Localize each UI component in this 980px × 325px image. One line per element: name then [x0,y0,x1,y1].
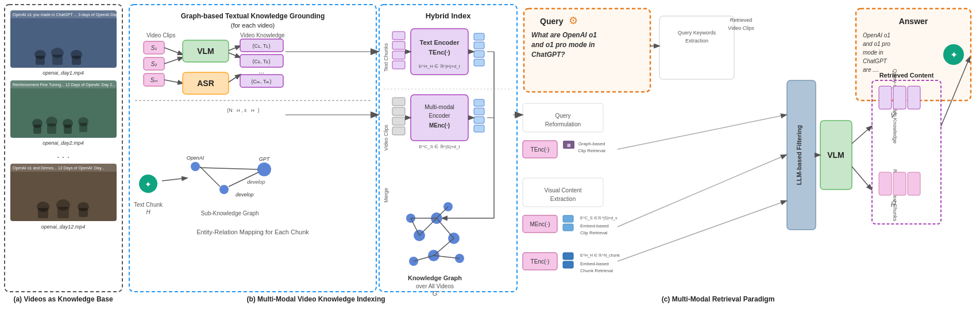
svg-rect-182 [523,103,603,132]
svg-rect-43 [144,73,164,86]
svg-text:MEnc(·): MEnc(·) [429,122,450,129]
svg-rect-21 [79,123,87,132]
svg-rect-1 [10,10,117,68]
svg-text:(a) Videos as Knowledge Base: (a) Videos as Knowledge Base [13,295,113,303]
svg-rect-177 [893,172,906,195]
svg-point-129 [409,257,418,266]
svg-rect-58 [240,55,283,67]
svg-rect-2 [10,10,117,18]
svg-text:✦: ✦ [950,50,958,60]
svg-text:OpenAI o1: OpenAI o1 [863,32,890,38]
svg-point-27 [37,202,49,212]
svg-rect-89 [392,32,405,40]
svg-line-138 [411,218,419,235]
svg-line-212 [852,126,871,144]
svg-rect-197 [563,224,573,231]
svg-rect-11 [10,80,117,138]
svg-point-29 [56,199,70,211]
svg-line-83 [162,178,187,181]
svg-text:Clip Retrieval: Clip Retrieval [580,230,608,235]
svg-rect-48 [183,40,229,62]
svg-rect-117 [474,125,484,132]
svg-text:...: ... [258,67,264,75]
svg-rect-180 [872,80,941,224]
svg-point-8 [71,50,82,59]
svg-text:Clip Retrieval: Clip Retrieval [578,148,605,153]
svg-rect-185 [523,141,557,158]
svg-rect-178 [908,172,920,195]
svg-text:ChatGPT?: ChatGPT? [531,51,565,59]
svg-text:G: G [433,290,438,297]
svg-point-4 [34,50,46,59]
svg-text:V̂ᵗ: V̂ᵗ [890,111,897,119]
svg-rect-50 [183,72,229,94]
svg-point-6 [51,48,64,58]
svg-text:E^H_H ∈ ℝ^|H|×d_t: E^H_H ∈ ℝ^|H|×d_t [419,64,461,69]
svg-text:are ....: are .... [863,67,879,73]
svg-text:Ĥ: Ĥ [891,200,896,208]
svg-line-45 [164,48,183,55]
svg-rect-90 [392,41,405,49]
svg-rect-17 [47,123,56,134]
svg-rect-171 [879,86,892,109]
svg-line-213 [852,167,871,189]
svg-rect-109 [411,95,468,141]
svg-text:(c) Multi-Modal Retrieval Para: (c) Multi-Modal Retrieval Paradigm [662,295,775,303]
svg-text:Extraction: Extraction [685,38,708,44]
svg-text:H: H [146,209,151,215]
svg-rect-106 [392,107,405,115]
svg-text:and o1 pro: and o1 pro [863,41,890,47]
svg-rect-15 [33,125,41,134]
svg-point-158 [943,44,964,65]
svg-rect-176 [879,172,892,195]
svg-text:OpenAI o1 you made in ChatGPT : OpenAI o1 you made in ChatGPT ... 3 days… [13,13,121,17]
svg-text:Text Chunk: Text Chunk [134,202,163,208]
svg-text:H: H [251,108,254,113]
svg-rect-25 [10,164,117,172]
svg-text:Query: Query [540,17,564,26]
svg-text:What are OpenAI o1: What are OpenAI o1 [531,31,597,39]
svg-rect-116 [474,117,484,123]
svg-rect-172 [893,86,906,109]
svg-rect-100 [474,59,484,66]
svg-rect-41 [144,57,164,70]
svg-text:(for each video): (for each video) [231,22,275,29]
svg-text:openai_day12.mp4: openai_day12.mp4 [41,224,86,230]
svg-text:openai_day2.mp4: openai_day2.mp4 [43,140,84,146]
svg-text:Retrieved Text Chunks: Retrieved Text Chunks [892,169,898,222]
svg-text:ASR: ASR [197,79,214,88]
svg-text:Video Clips: Video Clips [383,125,389,151]
svg-text:H: H [237,108,240,113]
svg-rect-115 [474,108,484,115]
svg-rect-24 [10,164,117,221]
svg-text:(N: (N [227,107,233,113]
svg-point-70 [219,185,229,194]
svg-rect-114 [474,99,484,106]
svg-rect-196 [563,215,573,222]
svg-rect-56 [240,39,283,52]
svg-text:S₂: S₂ [151,61,158,67]
svg-rect-5 [36,56,45,65]
svg-rect-93 [411,29,468,75]
svg-text:Answer: Answer [899,17,928,26]
svg-text:✦: ✦ [145,180,152,189]
svg-text:Multi-modal: Multi-modal [425,104,454,110]
svg-rect-187 [563,141,574,149]
svg-rect-201 [523,253,557,270]
svg-text:E^C_S ∈ ℝ^|S|×d_v: E^C_S ∈ ℝ^|S|×d_v [580,216,618,220]
svg-text:OpenAI: OpenAI [187,155,205,161]
svg-text:Embed-based: Embed-based [580,223,609,229]
svg-rect-203 [563,253,573,260]
svg-rect-145 [524,9,650,92]
svg-text:VLM: VLM [197,47,214,56]
svg-text:Hybrid Index: Hybrid Index [426,11,472,20]
svg-line-137 [434,256,460,258]
svg-point-64 [139,175,157,193]
svg-text:▩: ▩ [567,143,571,147]
svg-text:E^C_S ∈ ℝ^|S|×d_t: E^C_S ∈ ℝ^|S|×d_t [419,144,460,149]
svg-line-136 [414,256,434,261]
svg-text:mode in: mode in [863,49,883,56]
svg-text:(b) Multi-Modal Video Knowledg: (b) Multi-Modal Video Knowledge Indexing [246,295,385,303]
svg-line-140 [437,207,448,218]
svg-text:Video Clips: Video Clips [146,32,175,38]
